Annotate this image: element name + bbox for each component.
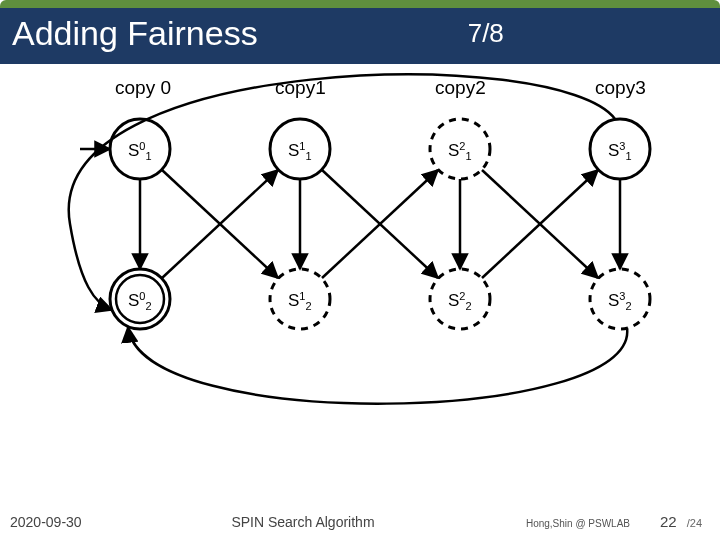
footer-page: 22	[660, 513, 677, 530]
state-diagram: copy 0 copy1 copy2 copy3 S01 S11 S21 S31…	[0, 64, 720, 484]
slide-progress: 7/8	[468, 18, 504, 49]
slide-title: Adding Fairness	[12, 14, 258, 53]
col-label-0: copy 0	[115, 77, 171, 98]
node-labels: S01 S11 S21 S31 S02 S12 S22 S32	[128, 140, 632, 312]
col-label-3: copy3	[595, 77, 646, 98]
footer-center: SPIN Search Algorithm	[80, 514, 526, 530]
footer: 2020-09-30 SPIN Search Algorithm Hong,Sh…	[0, 513, 720, 530]
accent-bar	[0, 0, 720, 8]
footer-institution: Hong,Shin @ PSWLAB	[526, 518, 630, 529]
footer-total: /24	[687, 517, 702, 529]
title-bar: Adding Fairness 7/8	[0, 8, 720, 64]
diagram-svg: copy 0 copy1 copy2 copy3 S01 S11 S21 S31…	[0, 64, 720, 484]
col-label-2: copy2	[435, 77, 486, 98]
